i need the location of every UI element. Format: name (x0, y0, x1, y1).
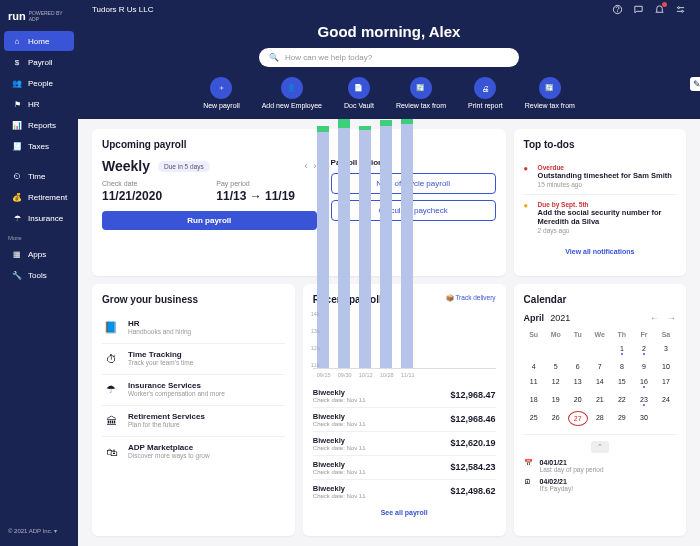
calendar-day (546, 342, 566, 358)
sidebar-item-taxes[interactable]: 🧾Taxes (4, 136, 74, 156)
add-user-icon: 👤 (281, 77, 303, 99)
calendar-day[interactable]: 14 (590, 375, 610, 391)
calendar-day[interactable]: 10 (656, 360, 676, 373)
calendar-day[interactable]: 28 (590, 411, 610, 426)
payroll-row[interactable]: BiweeklyCheck date: Nov 11$12,620.19 (313, 432, 496, 456)
calendar-day[interactable]: 20 (568, 393, 588, 409)
sidebar-item-hr[interactable]: ⚑HR (4, 94, 74, 114)
calendar-day (590, 342, 610, 358)
calendar-day[interactable]: 25 (524, 411, 544, 426)
grow-item-insurance-services[interactable]: ☂Insurance ServicesWorker's compensation… (102, 375, 285, 406)
quick-action-review-tax-from[interactable]: 🔄Review tax from (525, 77, 575, 109)
calendar-day[interactable]: 18 (524, 393, 544, 409)
greeting: Good morning, Alex (92, 23, 686, 40)
calendar-day[interactable]: 16 (634, 375, 654, 391)
calendar-day[interactable]: 9 (634, 360, 654, 373)
calendar-prev-button[interactable]: ← (650, 313, 659, 323)
company-name[interactable]: Tudors R Us LLC (92, 5, 612, 14)
sidebar-item-reports[interactable]: 📊Reports (4, 115, 74, 135)
calendar-day[interactable]: 12 (546, 375, 566, 391)
pay-period: 11/13 → 11/19 (216, 189, 316, 203)
calendar-day[interactable]: 6 (568, 360, 588, 373)
calendar-day[interactable]: 5 (546, 360, 566, 373)
calendar-day[interactable]: 7 (590, 360, 610, 373)
upcoming-payroll-card: Upcoming payroll Weekly Due in 5 days ‹ … (92, 129, 506, 276)
see-all-payroll-link[interactable]: See all payroll (313, 509, 496, 516)
calendar-day[interactable]: 22 (612, 393, 632, 409)
calendar-day[interactable]: 4 (524, 360, 544, 373)
track-delivery-link[interactable]: 📦 Track delivery (446, 294, 496, 302)
run-payroll-button[interactable]: Run payroll (102, 211, 317, 230)
calendar-day[interactable]: 27 (568, 411, 588, 426)
status-icon: ● (524, 201, 532, 234)
calendar-day[interactable]: 15 (612, 375, 632, 391)
calendar-day[interactable]: 11 (524, 375, 544, 391)
calendar-day[interactable]: 2 (634, 342, 654, 358)
people-icon: 👥 (12, 78, 22, 88)
chart-bar (359, 126, 371, 368)
payroll-chart: 14k13k12k11k (313, 311, 496, 369)
calendar-day[interactable]: 24 (656, 393, 676, 409)
calendar-day[interactable]: 19 (546, 393, 566, 409)
quick-action-print-report[interactable]: 🖨Print report (468, 77, 503, 109)
calculate-paycheck-button[interactable]: Calculate paycheck (331, 200, 496, 221)
help-icon[interactable] (612, 4, 623, 15)
upcoming-title: Upcoming payroll (102, 139, 496, 150)
grow-item-adp-marketplace[interactable]: 🛍ADP MarketplaceDiscover more ways to gr… (102, 437, 285, 467)
prev-payroll-button[interactable]: ‹ (305, 161, 308, 171)
check-date: 11/21/2020 (102, 189, 202, 203)
calendar-event[interactable]: 📅04/01/21Last day of pay period (524, 459, 676, 473)
sidebar-item-tools[interactable]: 🔧Tools (4, 265, 74, 285)
settings-icon[interactable] (675, 4, 686, 15)
sidebar-item-people[interactable]: 👥People (4, 73, 74, 93)
calendar-event[interactable]: 🗓04/02/21It's Payday! (524, 478, 676, 492)
calendar-day[interactable]: 29 (612, 411, 632, 426)
todos-card: Top to-dos ●OverdueOutstanding timesheet… (514, 129, 686, 276)
payroll-row[interactable]: BiweeklyCheck date: Nov 11$12,968.46 (313, 408, 496, 432)
bell-icon[interactable] (654, 4, 665, 15)
payroll-row[interactable]: BiweeklyCheck date: Nov 11$12,584.23 (313, 456, 496, 480)
calendar-next-button[interactable]: → (667, 313, 676, 323)
todo-item[interactable]: ●OverdueOutstanding timesheet for Sam Sm… (524, 158, 676, 195)
quick-action-new-payroll[interactable]: ＋New payroll (203, 77, 240, 109)
calendar-day[interactable]: 3 (656, 342, 676, 358)
edit-quick-actions-button[interactable]: ✎ (690, 77, 700, 91)
search-input[interactable]: 🔍 How can we help today? (259, 48, 519, 67)
grow-item-retirement-services[interactable]: 🏛Retirement ServicesPlan for the future (102, 406, 285, 437)
sidebar-item-apps[interactable]: ▦Apps (4, 244, 74, 264)
calendar-day[interactable]: 26 (546, 411, 566, 426)
view-all-notifications-link[interactable]: View all notifications (524, 248, 676, 255)
plus-icon: ＋ (210, 77, 232, 99)
sidebar-item-payroll[interactable]: $Payroll (4, 52, 74, 72)
payroll-row[interactable]: BiweeklyCheck date: Nov 11$12,498.62 (313, 480, 496, 503)
home-icon: ⌂ (12, 36, 22, 46)
recent-payroll-card: Recent payroll 📦 Track delivery 14k13k12… (303, 284, 506, 537)
calendar-day[interactable]: 21 (590, 393, 610, 409)
off-cycle-payroll-button[interactable]: New off-cycle payroll (331, 173, 496, 194)
calendar-day[interactable]: 30 (634, 411, 654, 426)
sidebar-item-insurance[interactable]: ☂Insurance (4, 208, 74, 228)
quick-action-doc-vault[interactable]: 📄Doc Vault (344, 77, 374, 109)
calendar-day[interactable]: 17 (656, 375, 676, 391)
grow-item-time-tracking[interactable]: ⏱Time TrackingTrack your team's time (102, 344, 285, 375)
calendar-day[interactable]: 1 (612, 342, 632, 358)
calendar-day[interactable]: 13 (568, 375, 588, 391)
calendar-day[interactable]: 23 (634, 393, 654, 409)
sidebar-item-retirement[interactable]: 💰Retirement (4, 187, 74, 207)
chart-bar (380, 120, 392, 367)
status-icon: ● (524, 164, 532, 188)
payroll-row[interactable]: BiweeklyCheck date: Nov 11$12,968.47 (313, 384, 496, 408)
todo-item[interactable]: ●Due by Sept. 5thAdd the social security… (524, 195, 676, 240)
calendar-collapse-button[interactable]: ⌃ (591, 441, 609, 453)
calendar-card: Calendar April 2021 ← → SuMoTuWeThFrSa12… (514, 284, 686, 537)
grow-item-hr[interactable]: 📘HRHandbooks and hiring (102, 313, 285, 344)
calendar-day[interactable]: 8 (612, 360, 632, 373)
sidebar-item-time[interactable]: ⏲Time (4, 166, 74, 186)
chat-icon[interactable] (633, 4, 644, 15)
quick-action-add-new-employee[interactable]: 👤Add new Employee (262, 77, 322, 109)
chart-bar (338, 119, 350, 368)
sidebar-item-home[interactable]: ⌂Home (4, 31, 74, 51)
retirement-icon: 💰 (12, 192, 22, 202)
quick-action-review-tax-from[interactable]: 🔄Review tax from (396, 77, 446, 109)
hero: Good morning, Alex 🔍 How can we help tod… (78, 19, 700, 119)
